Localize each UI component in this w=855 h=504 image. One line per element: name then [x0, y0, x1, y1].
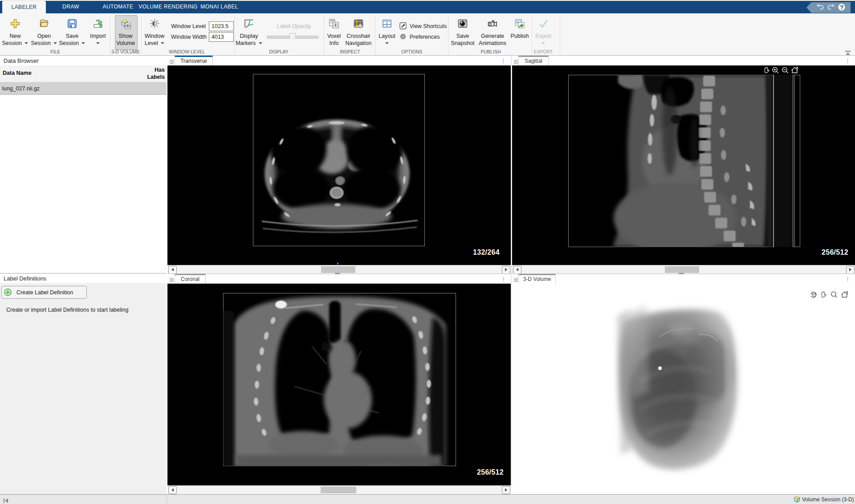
svg-text:?: ?: [840, 4, 843, 11]
